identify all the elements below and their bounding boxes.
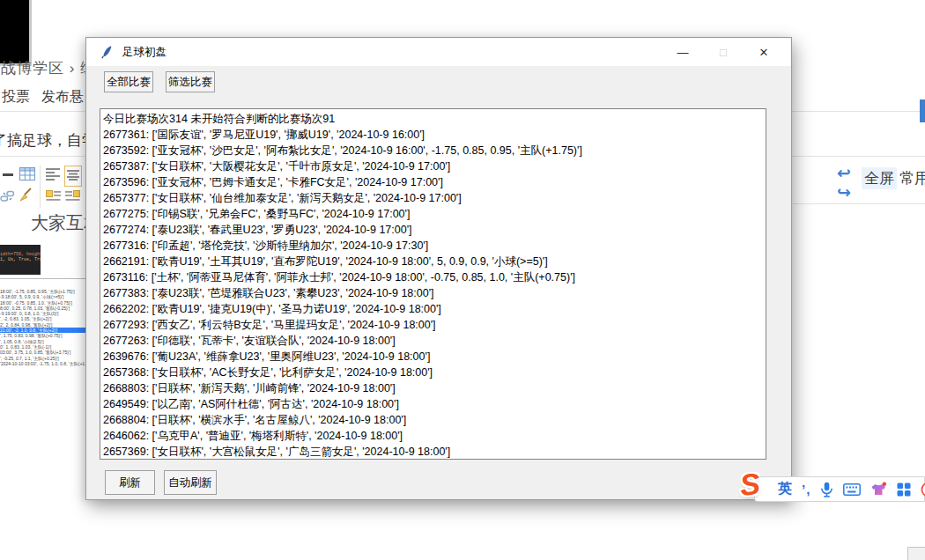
virtual-keyboard-icon[interactable] (843, 483, 861, 496)
maximize-button[interactable]: □ (703, 38, 744, 66)
match-line: 2677316: ['印孟超', '塔伦竞技', '沙斯特里纳加尔', '202… (103, 238, 766, 254)
titlebar[interactable]: 足球初盘 — □ ✕ (86, 38, 791, 66)
divider (793, 203, 925, 204)
tk-feather-icon (100, 45, 114, 59)
ime-toolbar: 英 ’, (754, 476, 925, 502)
match-line: 2639676: ['葡U23A', '维薛拿U23', '里奥阿维U23', … (103, 349, 766, 365)
app-window: 足球初盘 — □ ✕ 全部比赛 筛选比赛 今日比赛场次314 未开始符合判断的比… (85, 37, 792, 500)
undo-icon[interactable]: ↩ (837, 165, 851, 181)
match-line: 2657368: ['女日联杯', 'AC长野女足', '比利萨女足', '20… (103, 365, 766, 380)
punctuation-icon[interactable]: ’, (802, 482, 810, 497)
vote-button[interactable]: 投票 (2, 88, 30, 107)
match-line: 2662191: ['欧青U19', '土耳其U19', '直布罗陀U19', … (103, 254, 766, 269)
match-line: 2677263: ['印德联', '瓦蒂卡', '友谊联合队', '2024-1… (103, 333, 766, 349)
skin-icon[interactable] (870, 482, 887, 497)
match-line: 2662202: ['欧青U19', '捷克U19(中)', '圣马力诺U19'… (103, 301, 766, 317)
match-line: 2673592: ['亚女冠杯', '沙巴女足', '阿布紮比女足', '202… (103, 143, 766, 158)
match-line: 2677293: ['西女乙', '利云特B女足', '马里提玛女足', '20… (103, 317, 766, 333)
toolbar-divider (40, 166, 41, 208)
match-line: 2677275: ['印锡S联', '兄弟会FC', '桑野马FC', '202… (103, 206, 766, 222)
publish-button[interactable]: 发布悬 (41, 88, 84, 107)
filter-matches-button[interactable]: 筛选比赛 (166, 71, 215, 92)
background-blue-fragment (920, 99, 925, 122)
match-line: 2673116: ['土杯', '阿蒂亚马尼体育', '阿菲永士邦', '202… (103, 269, 766, 285)
emoji-icon[interactable] (921, 482, 925, 497)
image-align-left-icon[interactable] (46, 189, 61, 206)
clear-format-broom-icon[interactable] (18, 187, 33, 206)
auto-refresh-button[interactable]: 自动刷新 (164, 470, 217, 495)
all-matches-button[interactable]: 全部比赛 (104, 71, 153, 92)
code-line: 1, Us, True, True, 15, 5, 750,480,800 (0, 257, 41, 262)
post-title: 了搞足球，自学 (0, 130, 97, 151)
mini-list-row: '2024-10-10 03:00', -1.75, 1.0, 0.8, '主队… (0, 361, 85, 366)
match-line: 2649549: ['以乙南', 'AS阿什杜德', '阿古达', '2024-… (103, 396, 766, 412)
window-title: 足球初盘 (122, 45, 166, 60)
fullscreen-button[interactable]: 全屏 (862, 167, 897, 189)
match-line: 2657369: ['女日联杯', '大宫松鼠女足', '广岛三箭女足', '2… (103, 444, 766, 460)
align-center-icon[interactable] (64, 166, 82, 187)
match-line: 2668803: ['日联杯', '新泻天鹅', '川崎前锋', '2024-1… (103, 380, 766, 396)
scrollbar-corner (907, 547, 925, 560)
minimize-button[interactable]: — (662, 38, 703, 66)
close-button[interactable]: ✕ (744, 38, 784, 66)
code-editor-fragment: idth=750, height=400 1, Us, True, True, … (0, 245, 41, 275)
summary-line: 今日比赛场次314 未开始符合判断的比赛场次91 (103, 111, 766, 127)
match-line: 2677274: ['泰U23联', '春武里U23', '罗勇U23', '2… (103, 222, 766, 238)
microphone-icon[interactable] (820, 482, 833, 497)
sogou-logo[interactable]: S (738, 468, 761, 500)
match-text-area[interactable]: 今日比赛场次314 未开始符合判断的比赛场次91 2677361: ['国际友谊… (100, 108, 766, 460)
align-left-icon[interactable] (46, 168, 60, 184)
breadcrumb[interactable]: 战博学区 › 综 (1, 58, 96, 78)
image-align-right-icon[interactable] (65, 189, 80, 206)
match-line: 2668804: ['日联杯', '横滨水手', '名古屋鲸八', '2024-… (103, 412, 766, 428)
match-line: 2657387: ['女日联杯', '大阪樱花女足', '千叶市原女足', '2… (103, 158, 766, 174)
redo-icon[interactable]: ↪ (837, 184, 851, 201)
match-line: 2677383: ['泰U23联', '芭堤雅联合U23', '素攀U23', … (103, 285, 766, 301)
insert-table-icon[interactable] (19, 167, 35, 185)
ime-language-mode[interactable]: 英 (778, 480, 792, 498)
background-match-list: 18:00', -1.75, 0.85, 0.95, '主队(+1.75)']-… (0, 278, 85, 389)
common-tools-button[interactable]: 常用 (899, 168, 925, 188)
toolbox-grid-icon[interactable] (897, 483, 911, 497)
window-controls: — □ ✕ (662, 38, 784, 66)
match-line: 2646062: ['乌克甲A', '普迪亚', '梅塔利斯特', '2024-… (103, 428, 766, 444)
refresh-button[interactable]: 刷新 (105, 470, 155, 495)
video-thumbnail[interactable] (0, 0, 32, 66)
horizontal-rule-icon[interactable] (3, 173, 13, 176)
match-line: 2677361: ['国际友谊', '罗马尼亚U19', '挪威U19', '2… (103, 127, 766, 143)
match-line: 2657377: ['女日联杯', '仙台维加泰女足', '新泻天鹅女足', '… (103, 190, 766, 206)
match-line: 2673596: ['亚女冠杯', '巴姆卡通女足', '卡雅FC女足', '2… (103, 174, 766, 190)
desktop: 战博学区 › 综 投票 发布悬 了搞足球，自学 大家互相交 idth=750, … (0, 0, 925, 560)
unlink-icon[interactable] (0, 189, 15, 206)
